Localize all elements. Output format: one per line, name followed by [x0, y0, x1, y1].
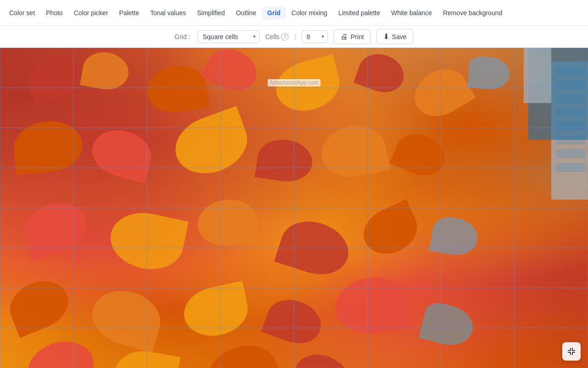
cells-text: Cells [265, 33, 279, 40]
image-background [0, 48, 588, 368]
cells-help-icon[interactable]: ? [281, 33, 288, 40]
nav-item-color-picker[interactable]: Color picker [68, 6, 114, 19]
image-area: ArtistAssistApp.com [0, 48, 588, 368]
grid-label: Grid : [175, 33, 190, 40]
nav-item-color-set[interactable]: Color set [4, 6, 40, 19]
nav-item-limited-palette[interactable]: Limited palette [333, 6, 385, 19]
nav-item-outline[interactable]: Outline [230, 6, 261, 19]
nav-item-grid[interactable]: Grid [262, 6, 286, 19]
nav-item-tonal-values[interactable]: Tonal values [145, 6, 192, 19]
top-navigation: Color setPhotoColor pickerPaletteTonal v… [0, 0, 588, 26]
cells-count-select[interactable]: 4681012 [301, 30, 328, 43]
cells-count-select-wrapper: 4681012 ▾ [301, 30, 328, 43]
nav-item-simplified[interactable]: Simplified [192, 6, 231, 19]
fullscreen-exit-icon [567, 347, 576, 356]
nav-item-white-balance[interactable]: White balance [385, 6, 437, 19]
save-button[interactable]: ⬇ Save [376, 29, 413, 44]
nav-item-palette[interactable]: Palette [113, 6, 145, 19]
print-icon: 🖨 [340, 33, 348, 41]
save-label: Save [392, 33, 407, 40]
colon-separator: : [294, 33, 296, 40]
cell-type-select-wrapper: Square cellsRectangle cells ▾ [198, 30, 260, 43]
nav-item-color-mixing[interactable]: Color mixing [286, 6, 333, 19]
cells-label-group: Cells ? [265, 33, 288, 40]
print-label: Print [351, 33, 364, 40]
fullscreen-button[interactable] [562, 342, 581, 361]
toolbar: Grid : Square cellsRectangle cells ▾ Cel… [0, 26, 588, 48]
print-button[interactable]: 🖨 Print [334, 29, 371, 44]
cell-type-select[interactable]: Square cellsRectangle cells [198, 30, 260, 43]
nav-item-photo[interactable]: Photo [40, 6, 68, 19]
save-icon: ⬇ [383, 32, 389, 41]
nav-item-remove-background[interactable]: Remove background [437, 6, 508, 19]
